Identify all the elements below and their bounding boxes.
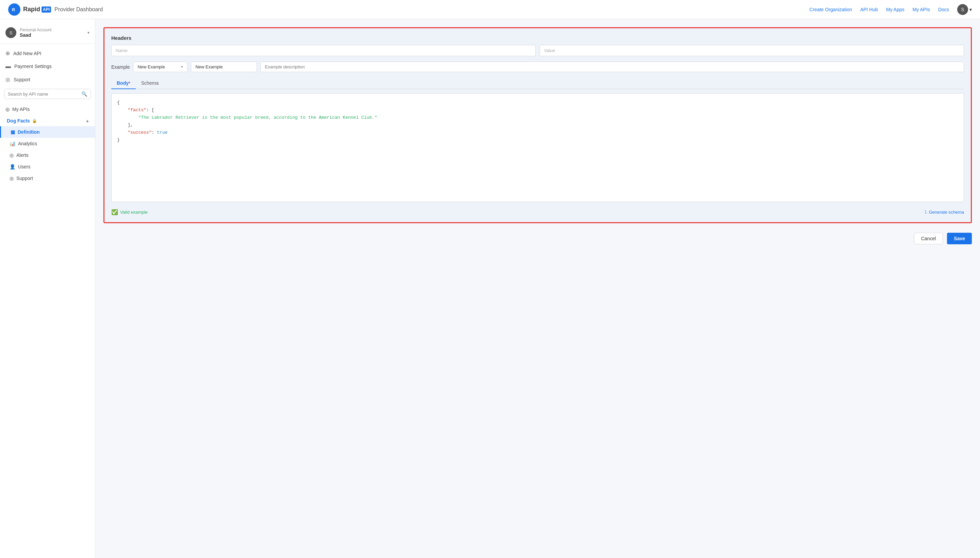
tab-body-label: Body xyxy=(117,80,129,86)
help-circle-icon: ◎ xyxy=(5,76,10,83)
sidebar: S Personal Account Saad ▾ ⊕ Add New API … xyxy=(0,19,95,558)
sidebar-api-dog-facts[interactable]: Dog Facts 🔒 ▲ xyxy=(0,115,95,126)
my-apis-label: My APIs xyxy=(12,107,30,112)
content-footer: ✅ Valid example ⤵ Generate schema xyxy=(111,206,964,215)
account-name: Saad xyxy=(20,32,51,38)
logo-rapid: Rapid xyxy=(23,6,40,13)
analytics-icon: 📊 xyxy=(10,141,15,146)
sidebar-item-alerts[interactable]: ◎ Alerts xyxy=(0,149,95,161)
sidebar-account-left: S Personal Account Saad xyxy=(5,27,51,38)
sidebar-item-payment-settings[interactable]: ▬ Payment Settings xyxy=(0,60,95,73)
add-new-api-label: Add New API xyxy=(13,51,41,56)
analytics-label: Analytics xyxy=(18,141,37,146)
my-apis-section[interactable]: ◎ My APIs xyxy=(0,103,95,115)
api-chevron-icon[interactable]: ▲ xyxy=(85,118,90,123)
circle-icon: ◎ xyxy=(5,107,10,112)
support-top-label: Support xyxy=(14,77,30,82)
required-mark: * xyxy=(129,81,130,86)
account-title: Personal Account xyxy=(20,28,51,32)
header-nav: Create Organization API Hub My Apps My A… xyxy=(809,4,972,15)
user-avatar[interactable]: S xyxy=(957,4,968,15)
svg-text:R: R xyxy=(12,7,15,12)
example-desc-input[interactable] xyxy=(260,62,964,72)
content-box: Headers Example New Example ▾ Body* xyxy=(103,27,972,223)
header-value-input[interactable] xyxy=(540,45,964,56)
api-name-label: Dog Facts xyxy=(7,118,30,123)
search-icon[interactable]: 🔍 xyxy=(81,91,87,97)
tab-body[interactable]: Body* xyxy=(111,77,136,89)
generate-schema-button[interactable]: ⤵ Generate schema xyxy=(924,210,964,215)
create-org-link[interactable]: Create Organization xyxy=(809,7,852,12)
add-circle-icon: ⊕ xyxy=(5,50,10,56)
generate-schema-label: Generate schema xyxy=(929,210,964,215)
user-menu[interactable]: S ▾ xyxy=(957,4,972,15)
action-row: Cancel Save xyxy=(103,230,972,247)
sidebar-account[interactable]: S Personal Account Saad ▾ xyxy=(0,25,95,44)
definition-label: Definition xyxy=(18,129,40,135)
example-dropdown[interactable]: New Example ▾ xyxy=(133,62,187,72)
my-apps-link[interactable]: My Apps xyxy=(886,7,904,12)
logo-provider: Provider Dashboard xyxy=(54,7,103,13)
header-logo-area: R Rapid API Provider Dashboard xyxy=(8,3,103,16)
search-input[interactable] xyxy=(8,92,79,97)
logo-text: Rapid API Provider Dashboard xyxy=(23,6,103,13)
body-editor[interactable]: { "facts": [ "The Labrador Retriever is … xyxy=(111,93,964,202)
headers-row xyxy=(111,45,964,56)
sidebar-item-definition[interactable]: ▦ Definition xyxy=(0,126,95,138)
sidebar-account-info: Personal Account Saad xyxy=(20,28,51,38)
dropdown-chevron-icon: ▾ xyxy=(181,65,183,69)
credit-card-icon: ▬ xyxy=(5,63,11,69)
save-button[interactable]: Save xyxy=(947,233,972,244)
example-row: Example New Example ▾ xyxy=(111,62,964,72)
my-apis-section-left: ◎ My APIs xyxy=(5,107,30,112)
api-item-left: Dog Facts 🔒 xyxy=(7,118,37,123)
alerts-label: Alerts xyxy=(16,153,29,158)
sidebar-item-support-top[interactable]: ◎ Support xyxy=(0,73,95,86)
users-icon: 👤 xyxy=(10,164,15,169)
headers-section-title: Headers xyxy=(111,35,964,41)
support-label: Support xyxy=(16,176,33,181)
example-dropdown-value: New Example xyxy=(138,64,165,69)
my-apis-link[interactable]: My APIs xyxy=(913,7,930,12)
tab-schema[interactable]: Schema xyxy=(136,77,164,89)
sidebar-item-support[interactable]: ◎ Support xyxy=(0,172,95,184)
sidebar-search[interactable]: 🔍 xyxy=(4,89,91,99)
alerts-icon: ◎ xyxy=(10,153,14,158)
example-label: Example xyxy=(111,64,130,70)
api-hub-link[interactable]: API Hub xyxy=(860,7,878,12)
code-block: { "facts": [ "The Labrador Retriever is … xyxy=(117,99,958,144)
support-icon: ◎ xyxy=(10,176,14,181)
account-chevron-icon[interactable]: ▾ xyxy=(87,30,90,35)
header-name-input[interactable] xyxy=(111,45,535,56)
docs-link[interactable]: Docs xyxy=(938,7,949,12)
main-layout: S Personal Account Saad ▾ ⊕ Add New API … xyxy=(0,19,980,558)
logo-api: API xyxy=(41,7,51,13)
example-name-input[interactable] xyxy=(191,62,257,72)
app-header: R Rapid API Provider Dashboard Create Or… xyxy=(0,0,980,19)
body-schema-tabs: Body* Schema xyxy=(111,77,964,89)
tab-schema-label: Schema xyxy=(141,80,159,86)
valid-check-icon: ✅ xyxy=(111,209,118,215)
sidebar-item-analytics[interactable]: 📊 Analytics xyxy=(0,138,95,149)
valid-label: Valid example xyxy=(120,210,148,215)
main-content: Headers Example New Example ▾ Body* xyxy=(95,19,980,558)
sidebar-item-users[interactable]: 👤 Users xyxy=(0,161,95,172)
payment-settings-label: Payment Settings xyxy=(14,64,52,69)
lock-icon: 🔒 xyxy=(32,118,37,123)
users-label: Users xyxy=(18,164,31,169)
valid-badge: ✅ Valid example xyxy=(111,209,148,215)
sidebar-avatar: S xyxy=(5,27,16,38)
user-dropdown-icon[interactable]: ▾ xyxy=(969,7,972,12)
logo-icon: R xyxy=(8,3,20,16)
definition-icon: ▦ xyxy=(11,129,15,135)
cancel-button[interactable]: Cancel xyxy=(914,233,943,244)
generate-schema-icon: ⤵ xyxy=(924,210,927,215)
sidebar-item-add-new-api[interactable]: ⊕ Add New API xyxy=(0,47,95,60)
